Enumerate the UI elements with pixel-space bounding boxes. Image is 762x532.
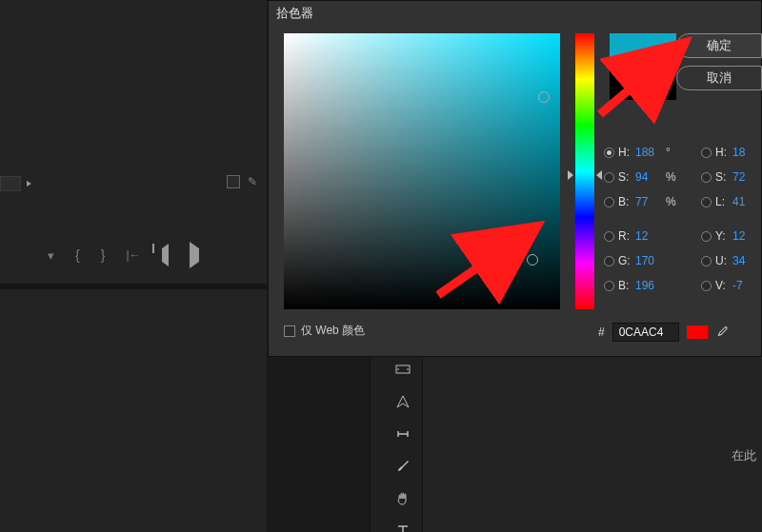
hand-tool-icon[interactable] (391, 487, 414, 510)
radio-s[interactable] (604, 172, 614, 183)
value-h[interactable]: 188 (635, 146, 662, 159)
label-bb: B: (618, 279, 632, 292)
monitor-panel: ✎ ▾ { } |← (0, 0, 267, 284)
dropdown-chevron-icon (27, 181, 31, 187)
label-s: S: (618, 170, 632, 184)
right-panel (423, 357, 762, 532)
label-l2: L: (715, 195, 729, 208)
transport-controls: ▾ { } |← (48, 247, 199, 263)
cancel-button[interactable]: 取消 (676, 66, 762, 90)
hex-input[interactable] (612, 323, 679, 342)
play-button[interactable] (190, 248, 199, 262)
radio-y[interactable] (701, 231, 712, 242)
hue-pointer-left-icon (568, 170, 573, 180)
dialog-title: 拾色器 (276, 5, 313, 22)
radio-g[interactable] (604, 256, 614, 266)
out-point-icon[interactable]: } (101, 247, 106, 263)
value-h2[interactable]: 18 (732, 146, 759, 159)
web-only-checkbox[interactable] (284, 325, 295, 337)
value-g[interactable]: 170 (635, 254, 662, 267)
project-panel: 导入媒体以开始 (0, 289, 267, 532)
value-r[interactable]: 12 (635, 229, 662, 243)
vertical-toolbar (389, 358, 417, 532)
radio-s2[interactable] (701, 172, 712, 183)
value-s2[interactable]: 72 (732, 170, 759, 184)
in-point-icon[interactable]: { (75, 247, 80, 263)
slip-tool-icon[interactable] (391, 358, 414, 381)
value-u[interactable]: 34 (732, 254, 759, 267)
radio-u[interactable] (701, 256, 712, 266)
rectangle-tool-icon[interactable] (391, 423, 414, 445)
label-h2: H: (715, 146, 729, 159)
go-to-in-icon[interactable]: |← (126, 248, 140, 262)
radio-bb[interactable] (604, 281, 614, 291)
preview-old-color (610, 67, 676, 100)
label-u: U: (715, 254, 729, 267)
web-only-label: 仅 Web 颜色 (301, 323, 365, 339)
label-h: H: (618, 146, 632, 159)
radio-r[interactable] (604, 231, 614, 242)
unit-b: % (666, 195, 675, 208)
cancel-label: 取消 (707, 69, 732, 87)
color-field-base-ring (538, 91, 550, 103)
eyedropper-icon[interactable] (715, 325, 729, 341)
ok-label: 确定 (707, 37, 732, 54)
marker-icon[interactable]: ▾ (48, 248, 54, 263)
label-r: R: (618, 229, 632, 243)
settings-square-icon[interactable] (227, 175, 240, 188)
wrench-icon[interactable]: ✎ (248, 175, 257, 188)
radio-l2[interactable] (701, 197, 712, 207)
unit-s: % (666, 170, 675, 184)
type-tool-icon[interactable] (391, 520, 414, 532)
label-v: V: (715, 279, 729, 292)
ok-button[interactable]: 确定 (676, 33, 762, 58)
value-bb[interactable]: 196 (635, 279, 662, 292)
radio-v[interactable] (701, 281, 712, 291)
label-y: Y: (715, 229, 729, 243)
unit-h: ° (666, 146, 675, 159)
value-b[interactable]: 77 (635, 195, 662, 208)
hex-hash: # (598, 325, 605, 339)
value-l2[interactable]: 41 (732, 195, 759, 208)
hue-pointer-right-icon (596, 170, 602, 180)
label-g: G: (618, 254, 632, 267)
radio-h[interactable] (604, 148, 614, 158)
label-b: B: (618, 195, 632, 208)
fit-dropdown[interactable] (0, 176, 21, 191)
brush-tool-icon[interactable] (391, 455, 414, 478)
color-field[interactable] (284, 33, 560, 309)
right-hint: 在此 (732, 447, 756, 464)
color-field-selected-ring (527, 254, 538, 266)
color-picker-dialog: 拾色器 确定 取消 H: 188 ° S: 94 % B: 77 % R: 12… (268, 0, 762, 357)
color-preview (610, 33, 676, 100)
comparison-swatch (687, 325, 708, 339)
value-y[interactable]: 12 (732, 229, 759, 243)
radio-b[interactable] (604, 197, 614, 207)
radio-h2[interactable] (701, 148, 712, 158)
label-s2: S: (715, 170, 729, 184)
pen-tool-icon[interactable] (391, 390, 414, 413)
hue-slider[interactable] (575, 33, 594, 309)
value-s[interactable]: 94 (635, 170, 662, 184)
step-back-icon[interactable] (162, 248, 169, 262)
preview-new-color (610, 33, 676, 67)
value-v[interactable]: -7 (732, 279, 759, 292)
